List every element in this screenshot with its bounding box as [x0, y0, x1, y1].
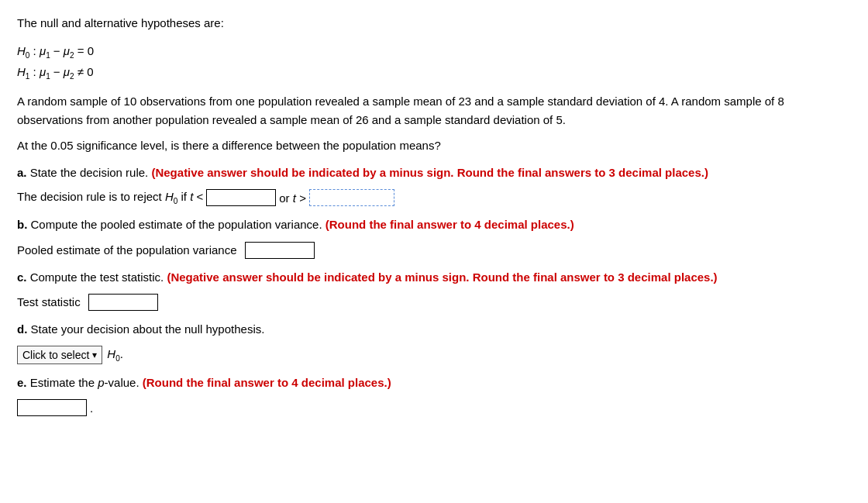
significance-text: At the 0.05 significance level, is there…	[17, 136, 851, 154]
pooled-estimate-line: Pooled estimate of the population varian…	[17, 242, 851, 259]
hypotheses-block: H0 : μ1 − μ2 = 0 H1 : μ1 − μ2 ≠ 0	[17, 41, 851, 83]
h1-line: H1 : μ1 − μ2 ≠ 0	[17, 62, 851, 83]
decision-rule-line: The decision rule is to reject H0 if t <…	[17, 189, 851, 206]
part-b-bold: (Round the final answer to 4 decimal pla…	[326, 218, 574, 231]
h0-line: H0 : μ1 − μ2 = 0	[17, 41, 851, 62]
part-c-label: c.	[17, 270, 27, 284]
part-b-label: b.	[17, 218, 27, 231]
part-a-heading: a. State the decision rule. (Negative an…	[17, 164, 851, 181]
problem-section: A random sample of 10 observations from …	[17, 92, 851, 154]
part-e-bold: (Round the final answer to 4 decimal pla…	[143, 376, 391, 389]
part-d-heading: d. State your decision about the null hy…	[17, 320, 851, 338]
pvalue-input[interactable]	[17, 399, 87, 416]
h0-text: H0 : μ1 − μ2 = 0	[17, 41, 94, 62]
pooled-label: Pooled estimate of the population varian…	[17, 243, 237, 257]
select-text: Click to select	[22, 349, 89, 361]
part-e-heading: e. Estimate the p-value. (Round the fina…	[17, 374, 851, 391]
decision-t-less-input[interactable]	[206, 189, 276, 206]
pvalue-period: .	[90, 401, 93, 415]
part-d-static: State your decision about the null hypot…	[31, 322, 265, 336]
h1-text: H1 : μ1 − μ2 ≠ 0	[17, 62, 94, 83]
decision-prefix: The decision rule is to reject H0 if t <	[17, 190, 203, 205]
decision-t-greater-input[interactable]	[309, 189, 394, 206]
problem-text: A random sample of 10 observations from …	[17, 92, 851, 129]
part-b-section: b. Compute the pooled estimate of the po…	[17, 215, 851, 258]
decision-select[interactable]: Click to select ▾	[17, 346, 102, 364]
part-c-bold: (Negative answer should be indicated by …	[167, 270, 717, 284]
pvalue-line: .	[17, 399, 851, 416]
chevron-down-icon: ▾	[92, 350, 97, 360]
part-a-label: a.	[17, 166, 27, 179]
pooled-estimate-input[interactable]	[245, 242, 315, 259]
part-c-heading: c. Compute the test statistic. (Negative…	[17, 268, 851, 286]
part-b-static: Compute the pooled estimate of the popul…	[31, 218, 326, 231]
test-stat-line: Test statistic	[17, 294, 851, 311]
part-b-heading: b. Compute the pooled estimate of the po…	[17, 215, 851, 233]
intro-section: The null and alternative hypotheses are:	[17, 14, 851, 32]
part-d-section: d. State your decision about the null hy…	[17, 320, 851, 364]
part-d-label: d.	[17, 322, 27, 336]
decision-line: Click to select ▾ H0.	[17, 346, 851, 364]
part-e-static: Estimate the p-value.	[30, 376, 143, 389]
test-statistic-input[interactable]	[88, 294, 158, 311]
decision-or: or t >	[279, 191, 306, 205]
test-stat-label: Test statistic	[17, 295, 81, 308]
part-a-static: State the decision rule.	[30, 166, 152, 179]
part-c-static: Compute the test statistic.	[30, 270, 167, 284]
part-a-bold: (Negative answer should be indicated by …	[151, 166, 708, 179]
h0-label: H0.	[107, 347, 123, 363]
intro-text: The null and alternative hypotheses are:	[17, 14, 851, 32]
part-e-section: e. Estimate the p-value. (Round the fina…	[17, 374, 851, 416]
part-e-label: e.	[17, 376, 27, 389]
part-c-section: c. Compute the test statistic. (Negative…	[17, 268, 851, 311]
part-a-section: a. State the decision rule. (Negative an…	[17, 164, 851, 206]
